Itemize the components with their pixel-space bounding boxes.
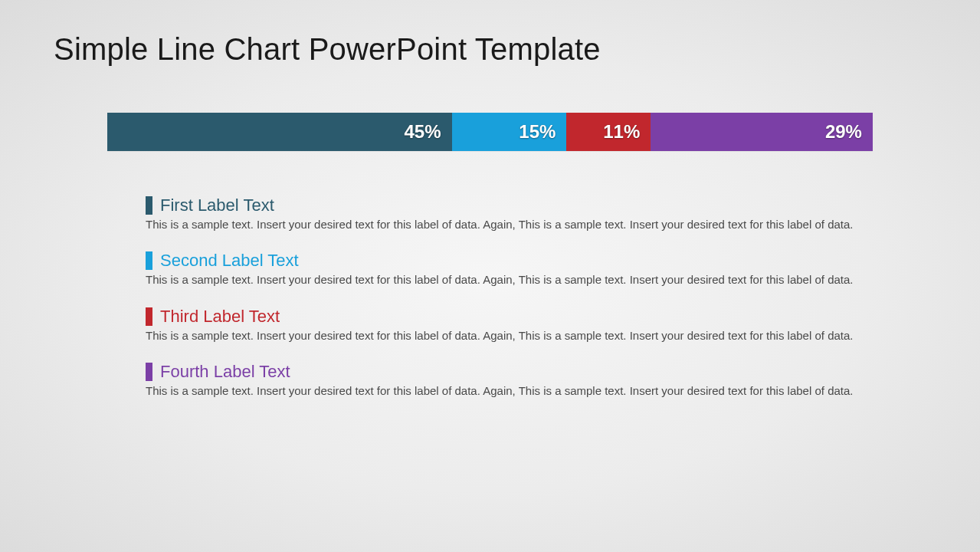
bar-segment-2: 15% — [452, 113, 567, 151]
legend-item-desc: This is a sample text. Insert your desir… — [146, 383, 866, 399]
bar-segment-1: 45% — [107, 113, 452, 151]
swatch-icon — [146, 251, 152, 270]
legend-item-3: Third Label Text This is a sample text. … — [146, 307, 881, 343]
bar-segment-4: 29% — [651, 113, 873, 151]
legend-item-desc: This is a sample text. Insert your desir… — [146, 217, 866, 232]
legend-item-desc: This is a sample text. Insert your desir… — [146, 272, 866, 288]
legend-list: First Label Text This is a sample text. … — [146, 196, 881, 399]
stacked-bar-chart: 45% 15% 11% 29% — [107, 113, 873, 151]
legend-item-2: Second Label Text This is a sample text.… — [146, 251, 881, 288]
stacked-bar: 45% 15% 11% 29% — [107, 113, 873, 151]
swatch-icon — [146, 363, 152, 381]
legend-item-title: Third Label Text — [160, 307, 280, 327]
bar-segment-3: 11% — [566, 113, 651, 151]
legend-item-1: First Label Text This is a sample text. … — [146, 196, 881, 232]
swatch-icon — [146, 307, 152, 326]
legend-item-head: Fourth Label Text — [146, 362, 881, 382]
legend-item-title: Second Label Text — [160, 251, 299, 271]
swatch-icon — [146, 196, 152, 215]
legend-item-4: Fourth Label Text This is a sample text.… — [146, 362, 881, 399]
legend-item-desc: This is a sample text. Insert your desir… — [146, 328, 866, 343]
legend-item-title: First Label Text — [160, 196, 274, 215]
slide-title: Simple Line Chart PowerPoint Template — [54, 32, 926, 67]
legend-item-head: Second Label Text — [146, 251, 881, 271]
slide: Simple Line Chart PowerPoint Template 45… — [0, 0, 980, 552]
legend-item-head: First Label Text — [146, 196, 881, 215]
legend-item-title: Fourth Label Text — [160, 362, 290, 382]
legend-item-head: Third Label Text — [146, 307, 881, 327]
